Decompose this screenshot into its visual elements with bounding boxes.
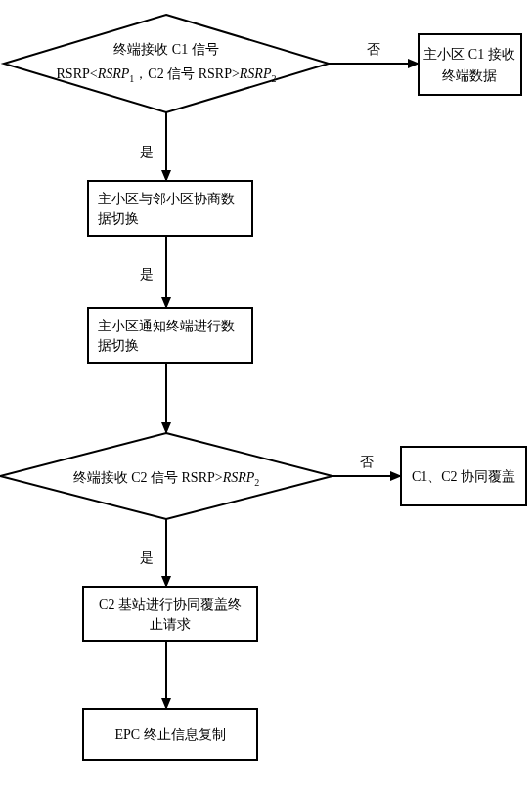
- p2-line1: 主小区与邻小区协商数: [98, 192, 235, 206]
- svg-rect-6: [83, 587, 257, 641]
- svg-rect-2: [88, 181, 252, 236]
- process-p2: 主小区与邻小区协商数 据切换: [88, 181, 252, 236]
- d1-line1: 终端接收 C1 信号: [113, 42, 218, 57]
- svg-rect-3: [88, 308, 252, 363]
- p5-line1: C2 基站进行协同覆盖终: [99, 597, 242, 612]
- decision-d2: 终端接收 C2 信号 RSRP>RSRP2: [0, 433, 332, 519]
- edge-d1-p1-label: 否: [367, 42, 380, 57]
- p3-line2: 据切换: [98, 338, 139, 353]
- process-p1: 主小区 C1 接收 终端数据: [419, 34, 521, 95]
- decision-d1: 终端接收 C1 信号 RSRP<RSRP1，C2 信号 RSRP>RSRP2: [4, 15, 329, 112]
- process-p5: C2 基站进行协同覆盖终 止请求: [83, 587, 257, 641]
- p5-line2: 止请求: [150, 617, 191, 632]
- flowchart: 终端接收 C1 信号 RSRP<RSRP1，C2 信号 RSRP>RSRP2 否…: [0, 0, 532, 787]
- p1-line1: 主小区 C1 接收: [423, 47, 514, 62]
- edge-d1-p2-label: 是: [140, 145, 154, 159]
- p1-line2: 终端数据: [442, 68, 497, 83]
- p6-line1: EPC 终止信息复制: [114, 727, 225, 742]
- edge-p2-p3-label: 是: [140, 267, 154, 282]
- edge-d2-p4-label: 否: [360, 455, 374, 469]
- p2-line2: 据切换: [98, 211, 139, 226]
- p3-line1: 主小区通知终端进行数: [98, 319, 235, 333]
- svg-marker-0: [4, 15, 329, 112]
- process-p6: EPC 终止信息复制: [83, 709, 257, 760]
- process-p4: C1、C2 协同覆盖: [401, 447, 526, 505]
- svg-rect-1: [419, 34, 521, 95]
- edge-d2-p5-label: 是: [140, 550, 154, 565]
- p4-line1: C1、C2 协同覆盖: [412, 469, 515, 484]
- process-p3: 主小区通知终端进行数 据切换: [88, 308, 252, 363]
